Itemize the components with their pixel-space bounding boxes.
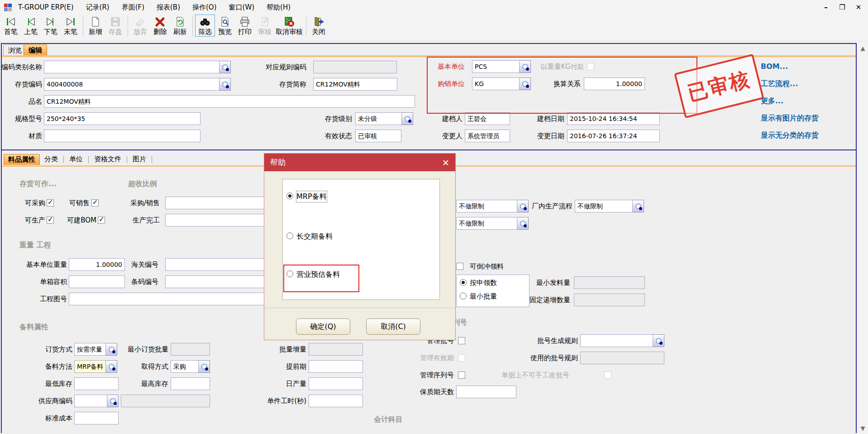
lead-time-field[interactable]: [309, 360, 363, 373]
factory-flow-field[interactable]: 不做限制: [575, 200, 633, 212]
scroll-down-icon[interactable]: ▼: [858, 423, 868, 433]
supplier-code-lookup-button[interactable]: [107, 395, 119, 407]
mrp-radio[interactable]: [286, 193, 293, 199]
can-purchase-checkbox[interactable]: [47, 199, 54, 207]
manage-batch-checkbox[interactable]: [458, 337, 465, 344]
show-unclassified-items-link[interactable]: 显示无分类的存货: [761, 131, 819, 140]
cancel-button[interactable]: 取消(C): [366, 318, 420, 335]
pay-by-weight-checkbox: [587, 63, 594, 70]
show-items-with-picture-link[interactable]: 显示有图片的存货: [761, 114, 819, 123]
option-sales-forecast[interactable]: 营业预估备料: [283, 269, 439, 280]
refresh-button[interactable]: 刷新: [170, 14, 190, 37]
code-category-field[interactable]: [44, 61, 219, 73]
menu-report[interactable]: 报表(B): [157, 3, 180, 12]
menu-record[interactable]: 记录(R): [86, 3, 110, 12]
factory-flow-lookup-button[interactable]: [633, 200, 644, 212]
help-dialog: 帮助 ✕ MRP备料 长交期备料 营业预估备料 确定(Q) 取消(C): [264, 153, 456, 340]
trade-unit-lookup-button[interactable]: [520, 77, 531, 90]
limit2-field[interactable]: 不做限制: [456, 217, 517, 230]
prod-complete-field[interactable]: [165, 214, 268, 227]
manage-serial-checkbox[interactable]: [458, 371, 465, 379]
close-form-button[interactable]: 关闭: [309, 14, 329, 37]
batch-rule-field[interactable]: [580, 334, 653, 347]
issue-by-request-radio[interactable]: [460, 279, 467, 286]
menu-tgroup-erp[interactable]: T-GROUP ERP(E): [18, 3, 74, 11]
issue-by-min-batch-radio[interactable]: [460, 293, 467, 299]
order-mode-field[interactable]: 按需求量: [74, 343, 106, 356]
dialog-close-icon[interactable]: ✕: [442, 158, 449, 168]
first-record-button[interactable]: 首笔: [1, 14, 21, 37]
acquire-mode-lookup-button[interactable]: [199, 360, 210, 373]
sales-forecast-radio[interactable]: [286, 270, 293, 277]
base-unit-lookup-button[interactable]: [520, 60, 531, 73]
prepare-method-field[interactable]: MRP备料: [74, 360, 106, 373]
prepare-method-lookup-button[interactable]: [106, 360, 117, 373]
purchase-sale-field[interactable]: [165, 197, 268, 209]
unit-hours-field[interactable]: [309, 395, 363, 407]
subtab-picture[interactable]: 图片: [128, 154, 151, 165]
menu-interface[interactable]: 界面(F): [122, 3, 144, 12]
subtab-classification[interactable]: 分类: [40, 154, 62, 165]
create-date-label: 建档日期: [523, 112, 564, 125]
option-mrp[interactable]: MRP备料: [283, 191, 439, 202]
restore-icon[interactable]: ❐: [837, 3, 847, 11]
option-long-lead[interactable]: 长交期备料: [283, 231, 439, 242]
barcode-field[interactable]: [165, 275, 268, 288]
material-field[interactable]: [44, 130, 200, 142]
supplier-code-field[interactable]: [74, 395, 107, 407]
ok-button[interactable]: 确定(Q): [296, 318, 350, 335]
subtab-unit[interactable]: 单位: [65, 154, 87, 165]
acquire-mode-field[interactable]: 采购: [171, 360, 199, 373]
scroll-up-icon[interactable]: ▲: [858, 43, 868, 53]
subtab-item-attributes[interactable]: 料品属性: [4, 154, 40, 165]
std-cost-field[interactable]: [74, 412, 119, 424]
subtab-qualification[interactable]: 资格文件: [90, 154, 126, 165]
item-code-field[interactable]: 400400008: [44, 78, 219, 91]
close-window-icon[interactable]: ✕: [854, 3, 863, 11]
next-record-button[interactable]: 下笔: [41, 14, 61, 37]
batch-rule-lookup-button[interactable]: [653, 334, 664, 347]
limit1-lookup-button[interactable]: [517, 200, 529, 212]
base-unit-field[interactable]: PCS: [472, 60, 520, 73]
item-code-lookup-button[interactable]: [219, 78, 231, 91]
process-flow-link[interactable]: 工艺流程...: [761, 79, 798, 89]
limit1-field[interactable]: 不做限制: [456, 200, 517, 212]
trade-unit-field[interactable]: KG: [472, 77, 520, 90]
shelf-life-field[interactable]: [456, 386, 516, 398]
menu-operation[interactable]: 操作(O): [192, 3, 217, 12]
item-level-lookup-button[interactable]: [402, 112, 413, 125]
limit2-lookup-button[interactable]: [517, 217, 529, 230]
more-link[interactable]: 更多...: [761, 96, 783, 106]
delete-button[interactable]: 删除: [150, 14, 170, 37]
help-dialog-titlebar[interactable]: 帮助 ✕: [264, 154, 455, 171]
item-short-name-field[interactable]: CR12MOV精料: [313, 78, 397, 91]
drawing-no-field[interactable]: [69, 293, 268, 305]
tab-edit[interactable]: 编辑: [24, 44, 47, 56]
daily-output-field[interactable]: [309, 377, 363, 390]
can-sell-checkbox[interactable]: [91, 199, 99, 207]
can-produce-checkbox[interactable]: [47, 217, 54, 224]
max-stock-field[interactable]: [171, 377, 210, 390]
preview-button[interactable]: 预览: [215, 14, 235, 37]
prev-record-button[interactable]: 上笔: [21, 14, 41, 37]
bom-link[interactable]: BOM...: [761, 62, 788, 71]
spec-field[interactable]: 250*240*35: [44, 112, 200, 125]
conversion-field[interactable]: 1.00000: [584, 77, 645, 90]
min-stock-field[interactable]: [74, 377, 119, 390]
menu-window[interactable]: 窗口(W): [229, 3, 255, 12]
can-bom-checkbox[interactable]: [98, 217, 105, 224]
cancel-audit-button[interactable]: 取消审核: [275, 14, 304, 37]
item-name-field[interactable]: CR12MOV精料: [44, 95, 415, 108]
long-lead-radio[interactable]: [286, 232, 293, 239]
new-button[interactable]: 新增: [86, 14, 105, 37]
item-level-field[interactable]: 未分级: [355, 112, 402, 125]
code-category-lookup-button[interactable]: [219, 61, 231, 73]
customs-code-field[interactable]: [165, 258, 268, 271]
last-record-button[interactable]: 末笔: [61, 14, 81, 37]
menu-help[interactable]: 帮助(H): [267, 3, 291, 12]
minimize-icon[interactable]: –: [821, 3, 831, 11]
vertical-scrollbar[interactable]: ▲ ▼: [858, 42, 868, 434]
backflush-checkbox[interactable]: [456, 263, 463, 270]
filter-button[interactable]: 筛选: [195, 14, 215, 37]
print-button[interactable]: 打印: [235, 14, 255, 37]
